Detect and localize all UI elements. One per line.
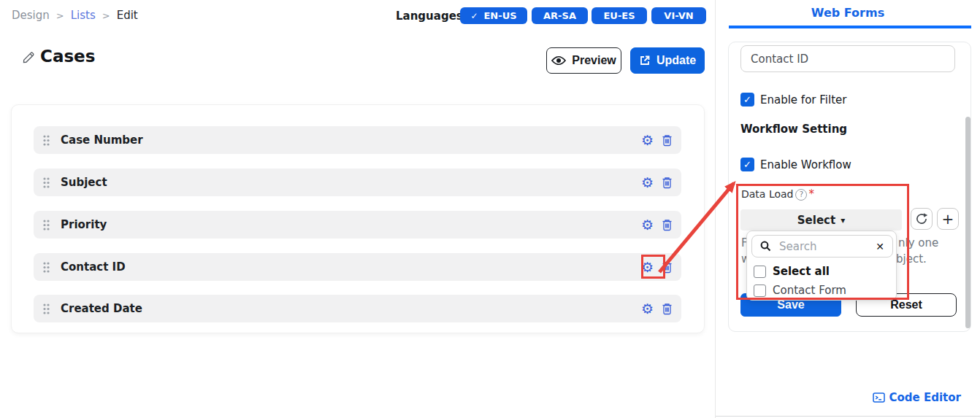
drag-handle-icon[interactable] (42, 134, 50, 147)
breadcrumb-item-design[interactable]: Design (12, 9, 50, 22)
enable-workflow-checkbox[interactable]: ✓ (740, 158, 754, 171)
code-editor-link[interactable]: Code Editor (862, 391, 961, 404)
option-contact-form[interactable]: Contact Form (754, 284, 846, 297)
drag-handle-icon[interactable] (42, 219, 50, 231)
refresh-icon (915, 212, 928, 225)
settings-gear-icon[interactable]: ⚙ (641, 133, 654, 147)
hint-text-fragment: nly one (898, 236, 938, 249)
delete-trash-icon[interactable] (662, 261, 673, 274)
option-select-all[interactable]: Select all (754, 265, 830, 278)
language-tab-label: AR-SA (543, 10, 576, 21)
language-tab-eu-es[interactable]: EU-ES (592, 7, 647, 24)
hint-text-fragment: bject. (896, 252, 927, 266)
update-button[interactable]: Update (630, 47, 705, 74)
list-item-created-date: Created Date ⚙ (34, 295, 681, 322)
field-name-input[interactable] (740, 45, 955, 72)
select-label: Select (797, 214, 835, 227)
search-input[interactable] (778, 239, 869, 254)
select-dropdown-toggle[interactable]: Select ▾ (740, 209, 902, 231)
page-title: Cases (40, 47, 95, 66)
settings-gear-icon[interactable]: ⚙ (641, 302, 654, 316)
refresh-button[interactable] (911, 208, 933, 230)
settings-gear-icon[interactable]: ⚙ (641, 176, 654, 190)
language-tab-label: EN-US (483, 10, 516, 21)
option-select-all-checkbox[interactable] (754, 266, 766, 278)
languages-label: Languages (396, 9, 463, 23)
drag-handle-icon[interactable] (42, 303, 50, 315)
required-asterisk: * (808, 187, 814, 201)
enable-filter-checkbox[interactable]: ✓ (740, 93, 754, 107)
delete-trash-icon[interactable] (662, 219, 673, 231)
code-editor-label: Code Editor (889, 391, 961, 404)
field-label: Created Date (61, 302, 641, 315)
field-label: Subject (61, 176, 641, 189)
enable-workflow-label: Enable Workflow (760, 158, 851, 171)
list-item-contact-id: Contact ID ⚙ (34, 253, 681, 281)
reset-label: Reset (890, 298, 922, 311)
language-tab-label: EU-ES (603, 10, 635, 21)
checkbox-check-icon: ✓ (743, 159, 751, 170)
eye-icon (551, 55, 566, 66)
breadcrumb-separator: > (102, 10, 110, 21)
caret-down-icon: ▾ (841, 215, 845, 225)
list-item-priority: Priority ⚙ (34, 211, 681, 239)
list-item-subject: Subject ⚙ (34, 169, 681, 196)
option-contact-form-checkbox[interactable] (754, 285, 766, 297)
list-item-case-number: Case Number ⚙ (34, 126, 681, 154)
external-link-icon (639, 55, 651, 66)
option-contact-form-label: Contact Form (773, 284, 846, 297)
pencil-icon[interactable] (21, 50, 36, 68)
data-load-label: Data Load (741, 188, 793, 200)
breadcrumb-item-lists[interactable]: Lists (71, 9, 96, 22)
field-label: Case Number (61, 133, 641, 147)
help-icon[interactable]: ? (795, 189, 807, 201)
dropdown-panel: ✕ Select all Contact Form (746, 231, 897, 301)
breadcrumb-item-edit: Edit (117, 9, 138, 22)
language-tab-en-us[interactable]: ✓ EN-US (460, 7, 527, 24)
delete-trash-icon[interactable] (662, 303, 673, 315)
panel-divider (715, 0, 716, 418)
breadcrumb-separator: > (56, 10, 64, 21)
check-icon: ✓ (470, 11, 478, 21)
preview-button[interactable]: Preview (546, 47, 621, 74)
field-label: Contact ID (61, 260, 641, 274)
enable-filter-label: Enable for Filter (760, 93, 846, 107)
panel-scrollbar[interactable] (965, 117, 971, 328)
field-label: Priority (61, 218, 641, 231)
search-icon (760, 241, 771, 252)
panel-title-underline (729, 26, 971, 28)
language-tab-label: VI-VN (664, 10, 693, 21)
language-tab-vi-vn[interactable]: VI-VN (651, 7, 706, 24)
workflow-setting-heading: Workflow Setting (740, 123, 847, 136)
checkbox-check-icon: ✓ (743, 94, 751, 105)
settings-gear-icon[interactable]: ⚙ (641, 218, 654, 232)
add-button[interactable]: + (937, 208, 959, 230)
clear-search-icon[interactable]: ✕ (876, 241, 884, 252)
panel-bottom-border (716, 416, 980, 417)
panel-title[interactable]: Web Forms (716, 6, 980, 20)
settings-gear-icon[interactable]: ⚙ (641, 260, 654, 274)
drag-handle-icon[interactable] (42, 177, 50, 189)
drag-handle-icon[interactable] (42, 261, 50, 274)
update-label: Update (656, 54, 696, 67)
preview-label: Preview (572, 54, 616, 67)
breadcrumb: Design > Lists > Edit (12, 9, 138, 22)
code-editor-icon (873, 392, 885, 403)
language-tab-ar-sa[interactable]: AR-SA (532, 7, 588, 24)
plus-icon: + (942, 210, 954, 228)
search-box: ✕ (751, 235, 893, 258)
delete-trash-icon[interactable] (662, 177, 673, 189)
delete-trash-icon[interactable] (662, 134, 673, 147)
option-select-all-label: Select all (773, 265, 830, 278)
data-load-label-row: Data Load?* (741, 187, 814, 201)
